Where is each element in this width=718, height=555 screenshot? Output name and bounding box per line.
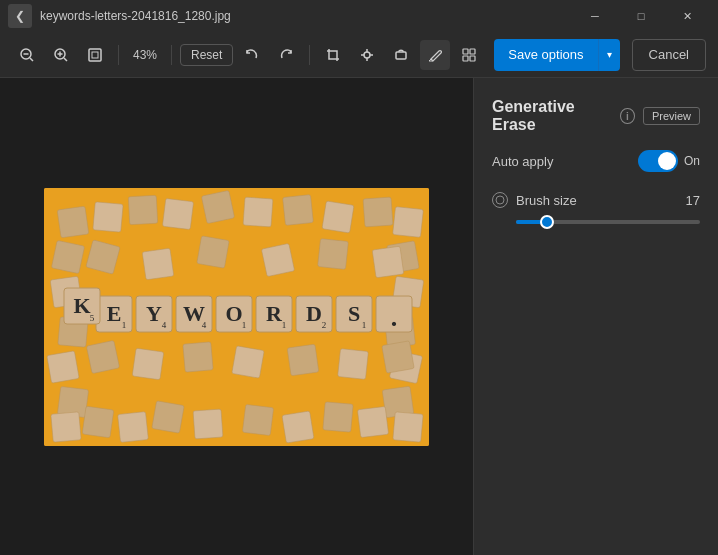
brush-size-value: 17 bbox=[686, 193, 700, 208]
svg-rect-82 bbox=[372, 246, 404, 278]
svg-text:4: 4 bbox=[162, 320, 167, 330]
save-options-group: Save options ▾ bbox=[494, 39, 619, 71]
svg-text:E: E bbox=[107, 301, 122, 326]
right-panel: Generative Erase i Preview Auto apply On… bbox=[473, 78, 718, 555]
svg-rect-43 bbox=[82, 406, 114, 438]
svg-rect-50 bbox=[357, 406, 388, 437]
preview-button[interactable]: Preview bbox=[643, 107, 700, 125]
svg-rect-86 bbox=[232, 345, 264, 377]
svg-rect-29 bbox=[363, 197, 393, 227]
maximize-button[interactable]: □ bbox=[618, 0, 664, 32]
main-content: E 1 Y 4 W 4 O 1 R 1 D bbox=[0, 78, 718, 555]
retouch-button[interactable] bbox=[386, 40, 416, 70]
separator-3 bbox=[309, 45, 310, 65]
scrabble-image: E 1 Y 4 W 4 O 1 R 1 D bbox=[44, 188, 429, 446]
reset-button[interactable]: Reset bbox=[180, 44, 233, 66]
svg-text:Y: Y bbox=[146, 301, 162, 326]
svg-rect-8 bbox=[92, 52, 98, 58]
separator-1 bbox=[118, 45, 119, 65]
auto-apply-label: Auto apply bbox=[492, 154, 553, 169]
svg-rect-48 bbox=[282, 410, 314, 442]
separator-2 bbox=[171, 45, 172, 65]
svg-text:S: S bbox=[348, 301, 360, 326]
auto-apply-toggle[interactable] bbox=[638, 150, 678, 172]
svg-rect-87 bbox=[287, 344, 319, 376]
crop-button[interactable] bbox=[318, 40, 348, 70]
svg-text:5: 5 bbox=[90, 313, 95, 323]
svg-text:2: 2 bbox=[322, 320, 327, 330]
minimize-button[interactable]: ─ bbox=[572, 0, 618, 32]
fit-button[interactable] bbox=[80, 40, 110, 70]
brush-size-label: Brush size bbox=[516, 193, 678, 208]
svg-line-15 bbox=[437, 51, 439, 53]
svg-text:1: 1 bbox=[282, 320, 287, 330]
auto-apply-row: Auto apply On bbox=[492, 150, 700, 172]
svg-rect-89 bbox=[382, 340, 414, 372]
svg-text:1: 1 bbox=[242, 320, 247, 330]
svg-rect-49 bbox=[323, 401, 353, 431]
back-button[interactable]: ❮ bbox=[8, 4, 32, 28]
zoom-level: 43% bbox=[127, 48, 163, 62]
undo-button[interactable] bbox=[237, 40, 267, 70]
svg-rect-23 bbox=[128, 195, 157, 224]
titlebar: ❮ keywords-letters-2041816_1280.jpg ─ □ … bbox=[0, 0, 718, 32]
svg-rect-26 bbox=[243, 197, 273, 227]
svg-text:1: 1 bbox=[122, 320, 127, 330]
svg-rect-24 bbox=[162, 198, 193, 229]
svg-rect-42 bbox=[393, 411, 423, 441]
info-icon[interactable]: i bbox=[620, 108, 635, 124]
titlebar-title: keywords-letters-2041816_1280.jpg bbox=[40, 9, 231, 23]
svg-point-9 bbox=[364, 52, 370, 58]
zoom-in-button[interactable] bbox=[46, 40, 76, 70]
svg-text:4: 4 bbox=[202, 320, 207, 330]
slider-thumb[interactable] bbox=[540, 215, 554, 229]
scrabble-svg: E 1 Y 4 W 4 O 1 R 1 D bbox=[44, 188, 429, 446]
svg-rect-34 bbox=[47, 350, 79, 382]
panel-title-row: Generative Erase i Preview bbox=[492, 98, 700, 134]
svg-rect-27 bbox=[283, 194, 314, 225]
svg-rect-16 bbox=[463, 49, 468, 54]
auto-apply-toggle-group: On bbox=[638, 150, 700, 172]
svg-rect-78 bbox=[142, 248, 174, 280]
svg-rect-28 bbox=[322, 200, 354, 232]
redo-button[interactable] bbox=[271, 40, 301, 70]
svg-rect-44 bbox=[118, 411, 149, 442]
toggle-knob bbox=[658, 152, 676, 170]
svg-rect-31 bbox=[51, 240, 84, 273]
svg-rect-30 bbox=[393, 206, 424, 237]
svg-text:D: D bbox=[306, 301, 322, 326]
svg-rect-21 bbox=[57, 206, 89, 238]
cancel-button[interactable]: Cancel bbox=[632, 39, 706, 71]
svg-rect-80 bbox=[261, 243, 294, 276]
canvas-area[interactable]: E 1 Y 4 W 4 O 1 R 1 D bbox=[0, 78, 473, 555]
svg-rect-19 bbox=[470, 56, 475, 61]
slider-track[interactable] bbox=[516, 220, 700, 224]
svg-rect-17 bbox=[470, 49, 475, 54]
svg-line-1 bbox=[30, 58, 33, 61]
svg-rect-7 bbox=[89, 49, 101, 61]
svg-rect-83 bbox=[86, 340, 119, 373]
brush-size-row: Brush size 17 bbox=[492, 192, 700, 208]
save-options-button[interactable]: Save options bbox=[494, 39, 597, 71]
erase-button[interactable] bbox=[420, 40, 450, 70]
svg-text:O: O bbox=[225, 301, 242, 326]
svg-line-4 bbox=[64, 58, 67, 61]
svg-rect-18 bbox=[463, 56, 468, 61]
zoom-out-button[interactable] bbox=[12, 40, 42, 70]
svg-rect-36 bbox=[51, 411, 81, 441]
svg-rect-79 bbox=[197, 235, 229, 267]
effects-button[interactable] bbox=[454, 40, 484, 70]
svg-rect-14 bbox=[396, 52, 406, 59]
save-options-dropdown[interactable]: ▾ bbox=[598, 39, 620, 71]
svg-point-90 bbox=[496, 196, 504, 204]
panel-title-text: Generative Erase bbox=[492, 98, 612, 134]
svg-text:1: 1 bbox=[362, 320, 367, 330]
adjust-button[interactable] bbox=[352, 40, 382, 70]
svg-rect-25 bbox=[201, 190, 234, 223]
titlebar-controls: ─ □ ✕ bbox=[572, 0, 710, 32]
brush-size-icon[interactable] bbox=[492, 192, 508, 208]
close-button[interactable]: ✕ bbox=[664, 0, 710, 32]
titlebar-left: ❮ keywords-letters-2041816_1280.jpg bbox=[8, 4, 231, 28]
svg-rect-45 bbox=[152, 400, 184, 432]
svg-rect-84 bbox=[132, 348, 164, 380]
